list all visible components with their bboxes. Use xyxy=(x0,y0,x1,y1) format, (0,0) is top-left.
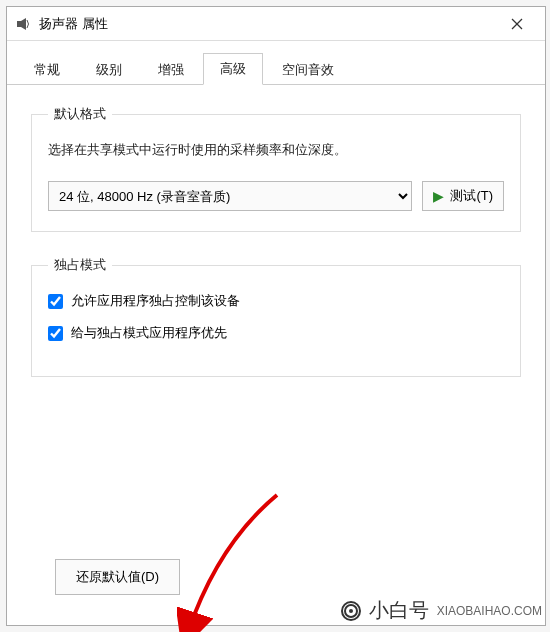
annotation-arrow xyxy=(177,485,297,632)
exclusive-priority-checkbox[interactable]: 给与独占模式应用程序优先 xyxy=(48,324,504,342)
allow-exclusive-input[interactable] xyxy=(48,294,63,309)
exclusive-priority-input[interactable] xyxy=(48,326,63,341)
format-row: 24 位, 48000 Hz (录音室音质) ▶ 测试(T) xyxy=(48,181,504,211)
tab-enhancements[interactable]: 增强 xyxy=(141,54,201,85)
svg-marker-1 xyxy=(21,18,26,30)
test-button-label: 测试(T) xyxy=(450,187,493,205)
tabstrip: 常规 级别 增强 高级 空间音效 xyxy=(7,41,545,85)
brand-url: XIAOBAIHAO.COM xyxy=(437,604,542,618)
svg-rect-0 xyxy=(17,21,21,27)
close-icon xyxy=(511,18,523,30)
default-format-group: 默认格式 选择在共享模式中运行时使用的采样频率和位深度。 24 位, 48000… xyxy=(31,105,521,232)
window-title: 扬声器 属性 xyxy=(39,15,497,33)
exclusive-mode-legend: 独占模式 xyxy=(48,256,112,274)
tab-levels[interactable]: 级别 xyxy=(79,54,139,85)
test-button[interactable]: ▶ 测试(T) xyxy=(422,181,504,211)
tab-general[interactable]: 常规 xyxy=(17,54,77,85)
restore-defaults-button[interactable]: 还原默认值(D) xyxy=(55,559,180,595)
allow-exclusive-checkbox[interactable]: 允许应用程序独占控制该设备 xyxy=(48,292,504,310)
svg-point-5 xyxy=(349,609,353,613)
play-icon: ▶ xyxy=(433,188,444,204)
titlebar: 扬声器 属性 xyxy=(7,7,545,41)
default-format-legend: 默认格式 xyxy=(48,105,112,123)
tab-content: 默认格式 选择在共享模式中运行时使用的采样频率和位深度。 24 位, 48000… xyxy=(7,85,545,625)
exclusive-priority-label: 给与独占模式应用程序优先 xyxy=(71,324,227,342)
exclusive-mode-group: 独占模式 允许应用程序独占控制该设备 给与独占模式应用程序优先 xyxy=(31,256,521,377)
allow-exclusive-label: 允许应用程序独占控制该设备 xyxy=(71,292,240,310)
default-format-description: 选择在共享模式中运行时使用的采样频率和位深度。 xyxy=(48,141,504,159)
tab-advanced[interactable]: 高级 xyxy=(203,53,263,85)
brand-overlay: 小白号 XIAOBAIHAO.COM xyxy=(335,593,546,628)
tab-spatial[interactable]: 空间音效 xyxy=(265,54,351,85)
close-button[interactable] xyxy=(497,10,537,38)
sample-format-select[interactable]: 24 位, 48000 Hz (录音室音质) xyxy=(48,181,412,211)
properties-window: 扬声器 属性 常规 级别 增强 高级 空间音效 默认格式 选择在共享模式中运行时… xyxy=(6,6,546,626)
wifi-icon xyxy=(339,599,363,623)
speaker-icon xyxy=(15,16,31,32)
brand-name: 小白号 xyxy=(369,597,429,624)
